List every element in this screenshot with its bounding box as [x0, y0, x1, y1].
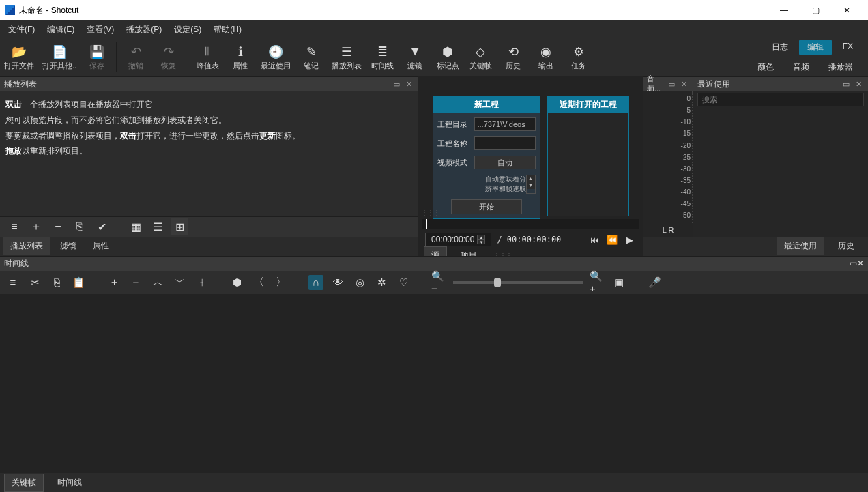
tab-history[interactable]: 历史: [831, 237, 861, 255]
panel-close-button[interactable]: ✕: [853, 78, 864, 89]
tab-properties[interactable]: 属性: [86, 237, 116, 255]
open-other-button[interactable]: 📄打开其他..: [38, 42, 81, 74]
overwrite-button[interactable]: ﹀: [172, 275, 187, 290]
tc-down-icon[interactable]: ▼: [477, 240, 485, 244]
open-file-button[interactable]: 📂打开文件: [0, 42, 38, 74]
marker-button[interactable]: ⬢: [229, 275, 244, 290]
prev-marker-button[interactable]: 〈: [251, 275, 266, 290]
keyframes-button[interactable]: ◇关键帧: [464, 42, 497, 74]
layout-tab-edit[interactable]: 编辑: [799, 40, 832, 55]
recent-panel: 最近使用 ▭ ✕ 搜索: [693, 76, 868, 237]
export-button[interactable]: ◉输出: [530, 42, 562, 74]
timeline-button[interactable]: ≣时间线: [366, 42, 399, 74]
start-project-button[interactable]: 开始: [451, 199, 522, 214]
layout-tab-fx[interactable]: FX: [835, 40, 861, 55]
peak-meter-button[interactable]: ⫴峰值表: [191, 42, 224, 74]
menu-edit[interactable]: 编辑(E): [42, 21, 80, 38]
rewind-button[interactable]: ⏪: [606, 233, 618, 246]
next-marker-button[interactable]: 〉: [273, 275, 288, 290]
panel-close-button[interactable]: ✕: [403, 78, 414, 89]
notes-button[interactable]: ✎笔记: [295, 42, 328, 74]
recent-button[interactable]: 🕘最近使用: [257, 42, 295, 74]
playlist-check-button[interactable]: ✔: [93, 218, 111, 235]
panel-close-button[interactable]: ✕: [857, 259, 864, 268]
undo-button[interactable]: ↶撤销: [119, 42, 152, 74]
stepper-down-icon[interactable]: ▼: [527, 182, 535, 189]
project-name-field[interactable]: [474, 136, 536, 150]
tab-playlist[interactable]: 播放列表: [3, 237, 50, 255]
copy-button[interactable]: ⎘: [49, 275, 64, 290]
filters-button[interactable]: ▼滤镜: [399, 42, 431, 74]
minimize-button[interactable]: —: [768, 0, 800, 20]
append-button[interactable]: ＋: [106, 275, 121, 290]
ripple-button[interactable]: ◎: [352, 275, 367, 290]
recent-search-input[interactable]: 搜索: [697, 93, 864, 106]
tab-recent[interactable]: 最近使用: [777, 237, 824, 255]
layout-tab-player[interactable]: 播放器: [820, 59, 861, 75]
menu-player[interactable]: 播放器(P): [121, 21, 167, 38]
skip-start-button[interactable]: ⏮: [588, 233, 601, 246]
layout-tab-audio[interactable]: 音频: [785, 59, 818, 75]
maximize-button[interactable]: ▢: [800, 0, 831, 20]
zoom-handle[interactable]: [494, 278, 501, 287]
markers-button[interactable]: ⬢标记点: [431, 42, 464, 74]
lift-button[interactable]: ︿: [150, 275, 165, 290]
playlist-menu-button[interactable]: ≡: [5, 218, 23, 235]
redo-button[interactable]: ↷恢复: [152, 42, 185, 74]
scrub-button[interactable]: 👁: [330, 275, 345, 290]
timecode-input[interactable]: 00:00:00:00 ▲▼: [425, 233, 491, 246]
playlist-add-button[interactable]: ＋: [27, 218, 45, 235]
playlist-update-button[interactable]: ⎘: [71, 218, 89, 235]
play-button[interactable]: ▶: [624, 233, 636, 246]
view-list-button[interactable]: ☰: [149, 218, 167, 235]
layout-tab-color[interactable]: 颜色: [749, 59, 782, 75]
playlist-remove-button[interactable]: −: [49, 218, 67, 235]
stepper-up-icon[interactable]: ▲: [527, 175, 535, 182]
panel-close-button[interactable]: ✕: [678, 78, 689, 89]
record-audio-button[interactable]: 🎤: [647, 275, 662, 290]
player-viewport: ⋮⋮⋮ 新工程 工程目录...7371\Videos 工程名称 视频模式自动 自…: [418, 76, 643, 219]
zoom-in-button[interactable]: 🔍+: [590, 275, 605, 290]
ripple-all-button[interactable]: ✲: [374, 275, 389, 290]
properties-button[interactable]: ℹ属性: [224, 42, 257, 74]
playlist-button[interactable]: ☰播放列表: [328, 42, 366, 74]
panel-float-button[interactable]: ▭: [666, 78, 677, 89]
history-button[interactable]: ⟲历史: [497, 42, 530, 74]
close-button[interactable]: ✕: [831, 0, 863, 20]
menu-file[interactable]: 文件(F): [3, 21, 40, 38]
timeline-menu-button[interactable]: ≡: [5, 275, 20, 290]
tab-keyframes[interactable]: 关键帧: [4, 474, 44, 492]
tab-timeline[interactable]: 时间线: [50, 474, 89, 491]
gripper-icon[interactable]: ⋮⋮⋮: [421, 209, 439, 216]
tab-filters[interactable]: 滤镜: [53, 237, 83, 255]
view-details-button[interactable]: ▦: [127, 218, 145, 235]
jobs-button[interactable]: ⚙任务: [562, 42, 595, 74]
player-panel: ⋮⋮⋮ 新工程 工程目录...7371\Videos 工程名称 视频模式自动 自…: [418, 76, 643, 256]
video-mode-dropdown[interactable]: 自动: [474, 156, 536, 169]
project-dir-field[interactable]: ...7371\Videos: [474, 117, 536, 131]
layout-tab-log[interactable]: 日志: [764, 40, 796, 55]
panel-float-button[interactable]: ▭: [391, 78, 402, 89]
remove-button[interactable]: −: [128, 275, 143, 290]
audio-meter-header: 音频... ▭ ✕: [643, 76, 693, 91]
zoom-slider[interactable]: [453, 281, 583, 284]
window-title: 未命名 - Shotcut: [19, 5, 768, 16]
ripple-markers-button[interactable]: ♡: [396, 275, 411, 290]
menu-view[interactable]: 查看(V): [81, 21, 119, 38]
zoom-fit-button[interactable]: ▣: [611, 275, 626, 290]
panel-float-button[interactable]: ▭: [841, 78, 852, 89]
timeline-tracks[interactable]: [0, 294, 868, 474]
player-scrubber[interactable]: [422, 219, 639, 229]
menu-settings[interactable]: 设定(S): [169, 21, 207, 38]
save-button[interactable]: 💾保存: [81, 42, 113, 74]
cut-button[interactable]: ✂: [27, 275, 42, 290]
panel-float-button[interactable]: ▭: [850, 259, 857, 268]
paste-button[interactable]: 📋: [71, 275, 86, 290]
snap-button[interactable]: ∩: [308, 275, 323, 290]
zoom-out-button[interactable]: 🔍−: [431, 275, 446, 290]
audio-meter: 0 -5 -10 -15 -20 -25 -30 -35 -40 -45 -50: [643, 91, 693, 237]
menu-help[interactable]: 帮助(H): [208, 21, 247, 38]
split-button[interactable]: ⫲: [194, 275, 209, 290]
view-icons-button[interactable]: ⊞: [171, 218, 188, 235]
tc-up-icon[interactable]: ▲: [477, 235, 485, 240]
